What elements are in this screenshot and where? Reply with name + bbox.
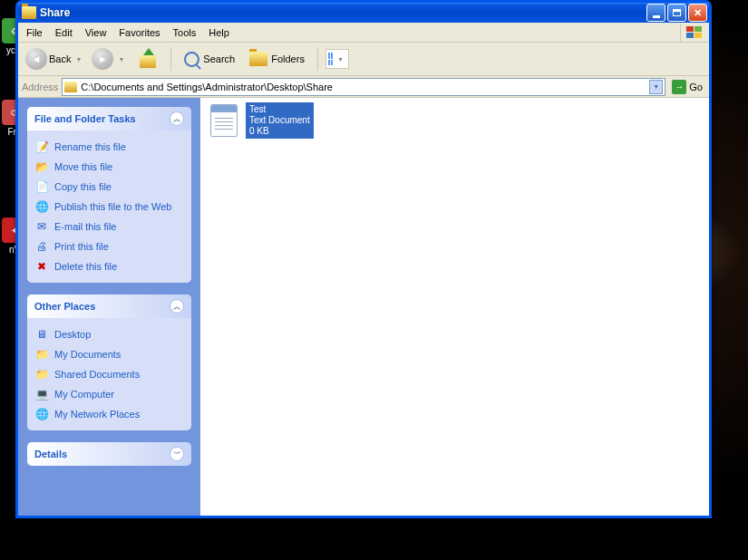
search-icon [184,52,199,67]
address-label: Address [22,82,58,92]
explorer-window: Share ✕ File Edit View Favorites Tools H… [15,0,712,518]
up-folder-icon [138,50,158,68]
search-label: Search [203,53,235,64]
content-area: File and Folder Tasks ︽ 📝Rename this fil… [18,98,709,516]
menu-help[interactable]: Help [202,24,236,41]
print-icon: 🖨 [34,239,49,254]
address-input[interactable]: C:\Documents and Settings\Administrator\… [62,78,665,96]
close-button[interactable]: ✕ [688,4,707,22]
up-button[interactable] [132,46,163,72]
search-button[interactable]: Search [179,48,240,71]
web-icon: 🌐 [34,199,49,214]
svg-rect-3 [695,33,702,38]
task-move[interactable]: 📂Move this file [34,157,184,177]
folders-label: Folders [271,53,305,64]
desktop-icon: 🖥 [34,327,49,342]
back-label: Back [49,53,71,64]
panel-header-details[interactable]: Details ︾ [27,442,191,466]
menubar: File Edit View Favorites Tools Help [18,23,709,43]
task-delete[interactable]: ✖Delete this file [34,256,184,276]
file-type: Text Document [249,115,310,126]
menu-file[interactable]: File [20,24,49,41]
menu-edit[interactable]: Edit [49,24,79,41]
place-desktop[interactable]: 🖥Desktop [34,324,184,344]
place-network[interactable]: 🌐My Network Places [34,404,184,424]
forward-button[interactable]: ► ▼ [90,46,129,72]
place-shared[interactable]: 📁Shared Documents [34,364,184,384]
forward-icon: ► [92,48,113,70]
task-email[interactable]: ✉E-mail this file [34,217,184,237]
task-rename[interactable]: 📝Rename this file [34,137,184,157]
panel-header-tasks[interactable]: File and Folder Tasks ︽ [27,107,191,130]
menu-view[interactable]: View [79,24,113,41]
svg-rect-2 [686,33,694,38]
panel-title: File and Folder Tasks [34,113,136,124]
window-title: Share [40,6,646,19]
task-publish[interactable]: 🌐Publish this file to the Web [34,197,184,217]
folders-button[interactable]: Folders [244,48,310,70]
task-copy[interactable]: 📄Copy this file [34,177,184,197]
file-list-area[interactable]: Test Text Document 0 KB [200,98,709,516]
svg-rect-1 [695,26,702,32]
folders-icon [249,52,267,66]
panel-title: Details [34,449,67,459]
file-size: 0 KB [249,126,310,137]
network-icon: 🌐 [34,407,49,421]
addressbar: Address C:\Documents and Settings\Admini… [18,76,709,98]
views-icon [328,53,333,65]
menu-favorites[interactable]: Favorites [112,24,166,41]
panel-file-tasks: File and Folder Tasks ︽ 📝Rename this fil… [27,107,191,283]
panel-header-other[interactable]: Other Places ︽ [27,294,191,318]
separator [170,47,171,71]
folder-icon [64,82,77,92]
back-icon: ◄ [25,48,47,70]
panel-other-places: Other Places ︽ 🖥Desktop 📁My Documents 📁S… [27,294,191,430]
toolbar: ◄ Back ▼ ► ▼ Search Folders ▼ [18,43,709,76]
chevron-down-icon: ▼ [115,56,127,63]
address-dropdown-button[interactable]: ▼ [649,80,663,94]
file-info-selected: Test Text Document 0 KB [246,102,314,139]
svg-rect-0 [686,26,694,32]
folder-icon [22,6,36,19]
chevron-down-icon: ︾ [170,447,184,461]
rename-icon: 📝 [34,140,49,154]
shared-folder-icon: 📁 [34,367,49,381]
address-path: C:\Documents and Settings\Administrator\… [81,82,649,92]
views-button[interactable]: ▼ [325,49,349,69]
go-label: Go [689,82,703,92]
place-mydocs[interactable]: 📁My Documents [34,344,184,364]
file-name: Test [249,104,310,115]
windows-flag-icon[interactable] [680,24,707,42]
side-panel: File and Folder Tasks ︽ 📝Rename this fil… [18,98,200,516]
file-item-test[interactable]: Test Text Document 0 KB [208,102,316,139]
text-document-icon [208,102,240,139]
back-button[interactable]: ◄ Back ▼ [24,46,86,72]
copy-icon: 📄 [34,179,49,194]
chevron-down-icon: ▼ [335,56,346,63]
move-icon: 📂 [34,159,49,174]
panel-details: Details ︾ [27,442,191,466]
panel-title: Other Places [34,301,95,312]
chevron-up-icon: ︽ [170,299,184,314]
minimize-button[interactable] [646,4,665,22]
computer-icon: 💻 [34,387,49,401]
maximize-button[interactable] [667,4,686,22]
titlebar[interactable]: Share ✕ [18,3,709,23]
task-print[interactable]: 🖨Print this file [34,237,184,256]
delete-icon: ✖ [34,259,49,274]
place-mycomputer[interactable]: 💻My Computer [34,384,184,404]
go-button[interactable]: → Go [669,78,705,96]
separator [317,47,318,71]
go-icon: → [672,80,686,94]
menu-tools[interactable]: Tools [167,24,203,41]
documents-icon: 📁 [34,347,49,362]
email-icon: ✉ [34,219,49,234]
chevron-up-icon: ︽ [170,111,184,126]
chevron-down-icon: ▼ [73,56,84,63]
